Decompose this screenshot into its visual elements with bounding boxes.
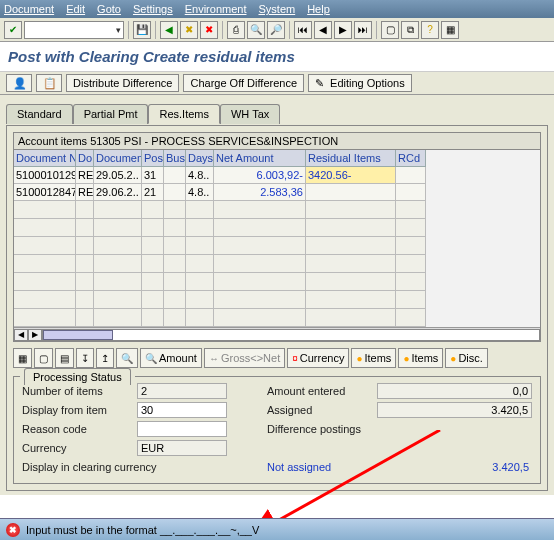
tab-res-items[interactable]: Res.Items (148, 104, 220, 124)
table-cell[interactable] (164, 255, 186, 273)
table-cell[interactable] (94, 201, 142, 219)
table-cell[interactable]: 2.583,36 (214, 184, 306, 201)
table-cell[interactable] (186, 237, 214, 255)
tab-partial-pmt[interactable]: Partial Pmt (73, 104, 149, 124)
table-cell[interactable] (76, 291, 94, 309)
table-cell[interactable] (396, 273, 426, 291)
table-cell[interactable] (14, 291, 76, 309)
residual-input[interactable]: 3420.56- (306, 167, 396, 184)
scroll-left-icon[interactable]: ◀ (14, 329, 28, 341)
table-cell[interactable] (306, 255, 396, 273)
table-cell[interactable] (164, 237, 186, 255)
tab-standard[interactable]: Standard (6, 104, 73, 124)
table-cell[interactable]: 5100010129 (14, 167, 76, 184)
table-cell[interactable] (214, 219, 306, 237)
table-cell[interactable]: 21 (142, 184, 164, 201)
display-from-value[interactable]: 30 (137, 402, 227, 418)
charge-off-difference-button[interactable]: Charge Off Difference (183, 74, 304, 92)
table-cell[interactable] (94, 273, 142, 291)
table-cell[interactable] (142, 291, 164, 309)
last-page-icon[interactable]: ⏭ (354, 21, 372, 39)
scroll-track[interactable] (42, 329, 540, 341)
layout-icon[interactable]: ▦ (441, 21, 459, 39)
select-block-button[interactable]: ▤ (55, 348, 74, 368)
table-cell[interactable] (306, 219, 396, 237)
sort-asc-button[interactable]: ↧ (76, 348, 94, 368)
horizontal-scrollbar[interactable]: ◀ ▶ (14, 327, 540, 341)
table-cell[interactable] (14, 219, 76, 237)
overview-icon-button[interactable]: 📋 (36, 74, 62, 92)
table-cell[interactable] (94, 237, 142, 255)
table-cell[interactable] (396, 309, 426, 327)
back-icon[interactable]: ◀ (160, 21, 178, 39)
table-cell[interactable] (396, 291, 426, 309)
table-cell[interactable] (306, 291, 396, 309)
find-icon[interactable]: 🔍 (247, 21, 265, 39)
deselect-all-button[interactable]: ▢ (34, 348, 53, 368)
table-cell[interactable] (142, 201, 164, 219)
first-page-icon[interactable]: ⏮ (294, 21, 312, 39)
menu-settings[interactable]: Settings (133, 3, 173, 15)
table-cell[interactable] (396, 167, 426, 184)
col-busi[interactable]: Busi (164, 150, 186, 167)
table-cell[interactable] (214, 291, 306, 309)
table-cell[interactable] (14, 309, 76, 327)
col-rcd[interactable]: RCd (396, 150, 426, 167)
col-net-amount[interactable]: Net Amount (214, 150, 306, 167)
table-cell[interactable] (186, 309, 214, 327)
select-all-button[interactable]: ▦ (13, 348, 32, 368)
table-cell[interactable] (164, 184, 186, 201)
command-field[interactable] (24, 21, 124, 39)
col-days[interactable]: Days (186, 150, 214, 167)
scroll-right-icon[interactable]: ▶ (28, 329, 42, 341)
table-cell[interactable] (94, 309, 142, 327)
help-icon[interactable]: ? (421, 21, 439, 39)
table-cell[interactable] (186, 291, 214, 309)
table-cell[interactable] (94, 219, 142, 237)
col-dotype[interactable]: Do.. (76, 150, 94, 167)
gross-net-button[interactable]: ↔Gross<>Net (204, 348, 285, 368)
table-cell[interactable] (306, 237, 396, 255)
table-cell[interactable] (76, 309, 94, 327)
col-pos[interactable]: Pos (142, 150, 164, 167)
table-cell[interactable] (76, 201, 94, 219)
table-cell[interactable] (164, 167, 186, 184)
ok-icon[interactable]: ✔ (4, 21, 22, 39)
table-cell[interactable]: RE (76, 167, 94, 184)
table-cell[interactable]: 6.003,92- (214, 167, 306, 184)
table-cell[interactable] (306, 184, 396, 201)
table-cell[interactable] (186, 255, 214, 273)
exit-icon[interactable]: ✖ (180, 21, 198, 39)
table-cell[interactable] (214, 273, 306, 291)
find-button[interactable]: 🔍 (116, 348, 138, 368)
table-cell[interactable] (142, 255, 164, 273)
table-cell[interactable] (306, 273, 396, 291)
table-cell[interactable] (14, 273, 76, 291)
table-cell[interactable] (186, 201, 214, 219)
table-cell[interactable]: RE (76, 184, 94, 201)
table-cell[interactable] (164, 201, 186, 219)
table-cell[interactable] (142, 219, 164, 237)
table-cell[interactable] (214, 201, 306, 219)
col-document-date[interactable]: Document .. (94, 150, 142, 167)
table-cell[interactable] (164, 291, 186, 309)
table-cell[interactable] (186, 273, 214, 291)
not-assigned-label[interactable]: Not assigned (267, 461, 377, 473)
tab-wh-tax[interactable]: WH Tax (220, 104, 280, 124)
col-residual-items[interactable]: Residual Items (306, 150, 396, 167)
amount-button[interactable]: 🔍Amount (140, 348, 202, 368)
table-cell[interactable] (214, 237, 306, 255)
table-cell[interactable] (164, 273, 186, 291)
currency-button[interactable]: ¤Currency (287, 348, 349, 368)
table-cell[interactable]: 5100012847 (14, 184, 76, 201)
table-cell[interactable] (186, 219, 214, 237)
reason-code-value[interactable] (137, 421, 227, 437)
table-cell[interactable] (214, 309, 306, 327)
menu-goto[interactable]: Goto (97, 3, 121, 15)
print-icon[interactable]: ⎙ (227, 21, 245, 39)
sort-desc-button[interactable]: ↥ (96, 348, 114, 368)
next-page-icon[interactable]: ▶ (334, 21, 352, 39)
table-cell[interactable]: 29.06.2.. (94, 184, 142, 201)
table-cell[interactable] (214, 255, 306, 273)
table-cell[interactable] (396, 255, 426, 273)
